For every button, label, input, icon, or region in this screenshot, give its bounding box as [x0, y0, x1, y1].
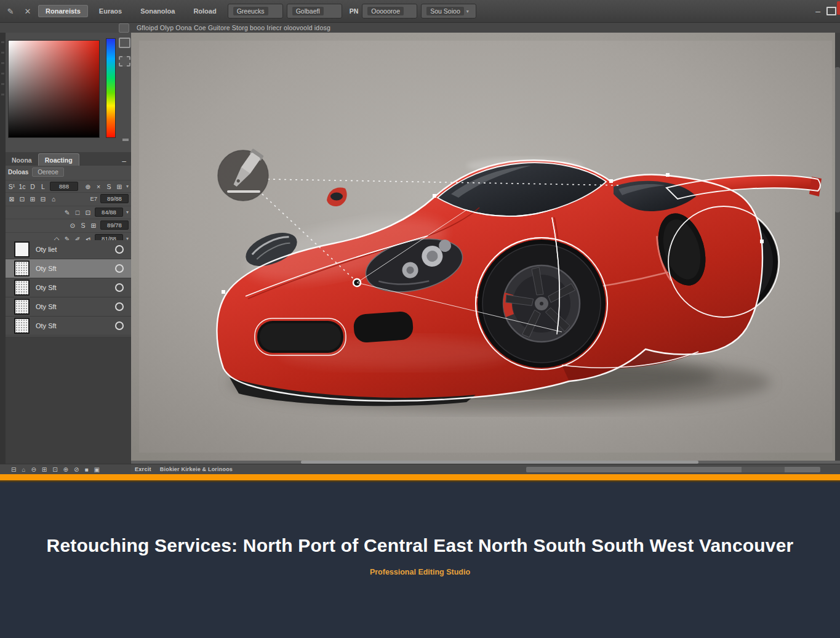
layer-name: Oty liet: [36, 246, 109, 253]
layers-panel: Oty liet Oty Sft Oty Sft Oty Sft Oty Sft: [6, 240, 131, 336]
options-panel-tabs: Noona Roacting –: [6, 152, 131, 166]
layer-name: Oty Sft: [36, 322, 109, 329]
vertical-scrollbar[interactable]: [835, 33, 840, 461]
tool-value-field[interactable]: 888: [50, 182, 78, 191]
new-swatch-icon[interactable]: [119, 38, 130, 48]
tool-icon[interactable]: □: [74, 209, 81, 216]
document-title: Gfloipd Olyp Oona Coe Guitore Storg booo…: [137, 24, 330, 31]
status-meter: [526, 467, 820, 472]
compare-swatch-icon[interactable]: [119, 56, 130, 67]
close-tool-icon[interactable]: ✕: [21, 4, 34, 18]
options-label: Doloas: [8, 169, 28, 176]
options-subheader: Doloas Oereoe: [6, 166, 134, 177]
maximize-button[interactable]: [826, 7, 836, 15]
tool-value-field[interactable]: 84/88: [95, 208, 123, 217]
tool-icon[interactable]: ⊞: [29, 195, 36, 203]
image-canvas[interactable]: [131, 33, 840, 461]
close-button[interactable]: [837, 1, 840, 15]
toolbar-icon[interactable]: ⊞: [42, 466, 47, 473]
tool-icon[interactable]: S: [79, 222, 87, 229]
layer-name: Oty Sft: [36, 265, 109, 272]
panel-empty-area: [6, 336, 131, 464]
menu-select-4[interactable]: Sou Soioo ▾: [421, 4, 476, 18]
panel-minimize-icon[interactable]: –: [122, 157, 126, 166]
tool-options-row-2: ⊠ ⊡ ⊞ ⊟ ⌂ E7 89/88: [6, 192, 131, 204]
visibility-eye-icon[interactable]: [115, 245, 124, 254]
vertical-scroll-thumb[interactable]: [835, 67, 840, 212]
layer-row[interactable]: Oty liet: [6, 240, 131, 259]
tool-options-row-1: S¹ 1c D L 888 ⊕ × S ⊞ ▾: [6, 180, 131, 192]
tool-icon[interactable]: L: [39, 183, 47, 190]
visibility-eye-icon[interactable]: [115, 264, 124, 273]
car-illustration: [131, 33, 840, 461]
tool-value-field[interactable]: 89/88: [100, 194, 129, 203]
layer-thumbnail: [14, 280, 30, 296]
visibility-eye-icon[interactable]: [115, 302, 124, 311]
window-controls: –: [815, 7, 836, 15]
tool-icon[interactable]: 1c: [18, 183, 26, 190]
visibility-eye-icon[interactable]: [115, 321, 124, 330]
tool-icon[interactable]: S¹: [8, 183, 15, 190]
menu-select-1-value: Greeucks: [233, 7, 268, 15]
tool-icon[interactable]: ⊠: [8, 195, 15, 203]
tool-icon[interactable]: ⊡: [84, 209, 92, 216]
toolbar-icon[interactable]: ⊕: [63, 466, 68, 473]
layer-name: Oty Sft: [36, 284, 109, 291]
tool-value-field[interactable]: 89/78: [100, 220, 129, 230]
menu-select-2[interactable]: Golbaefl: [287, 4, 342, 18]
tool-icon[interactable]: ×: [95, 183, 102, 190]
tool-icon[interactable]: ⊞: [116, 183, 123, 190]
color-picker-gradient[interactable]: [8, 40, 100, 138]
toolbar-icon[interactable]: ⊖: [31, 466, 36, 473]
tool-icon[interactable]: ⌂: [50, 195, 57, 203]
menu-tab-euraos[interactable]: Euraos: [92, 5, 129, 17]
tool-icon[interactable]: S: [105, 183, 113, 190]
tool-options-row-4: ⊙ S ⊞ 89/78: [6, 219, 131, 231]
minimize-button[interactable]: –: [815, 8, 820, 14]
layer-row[interactable]: Oty Sft: [6, 278, 131, 297]
layer-row-selected[interactable]: Oty Sft: [6, 259, 131, 278]
tool-icon[interactable]: ⊕: [84, 183, 92, 190]
toolbar-icon[interactable]: ⊘: [74, 466, 79, 473]
tool-icon[interactable]: ⊙: [69, 222, 76, 229]
toolbar-icon[interactable]: ■: [84, 466, 88, 473]
tool-row-label: E7: [90, 195, 97, 202]
tool-options-row-3: ✎ □ ⊡ 84/88 ▾: [6, 206, 131, 218]
tool-icon[interactable]: ⊡: [18, 195, 26, 203]
layer-row[interactable]: Oty Sft: [6, 297, 131, 317]
toolbar-icon[interactable]: ▣: [94, 466, 99, 473]
picker-collapse-handle[interactable]: [122, 139, 129, 141]
layer-row[interactable]: Oty Sft: [6, 317, 131, 336]
left-tool-rail: [0, 33, 6, 464]
pen-tool-icon[interactable]: ✎: [4, 4, 17, 18]
front-wheel: [478, 240, 606, 368]
menu-select-1[interactable]: Greeucks: [228, 4, 283, 18]
toolbar-icon[interactable]: ⊟: [11, 466, 16, 473]
status-bar: Exrcit Biokier Kirkeie & Lorinoos: [131, 464, 840, 474]
chevron-down-icon[interactable]: ▾: [126, 184, 129, 189]
tool-icon[interactable]: ⊟: [39, 195, 47, 203]
options-chip[interactable]: Oereoe: [32, 168, 63, 177]
menu-tab-ronareists[interactable]: Ronareists: [38, 5, 88, 17]
tool-icon[interactable]: ⊞: [90, 222, 97, 229]
menu-select-3-value: Oooooroe: [367, 7, 404, 15]
status-text: Biokier Kirkeie & Lorinoos: [160, 466, 233, 472]
menu-select-4-value: Sou Soioo: [426, 7, 463, 15]
hue-slider[interactable]: [106, 38, 116, 138]
panel-tab-noona[interactable]: Noona: [6, 154, 38, 166]
toolbar-icon[interactable]: ⌂: [22, 466, 25, 473]
tool-icon[interactable]: D: [29, 183, 36, 190]
panel-tab-roacting[interactable]: Roacting: [38, 153, 79, 166]
menu-bar: ✎ ✕ Ronareists Euraos Sonanoloa Roload G…: [0, 0, 840, 23]
panel-bottom-toolbar: ⊟ ⌂ ⊖ ⊞ ⊡ ⊕ ⊘ ■ ▣: [0, 464, 131, 474]
menu-tab-sonanoloa[interactable]: Sonanoloa: [133, 5, 182, 17]
visibility-eye-icon[interactable]: [115, 283, 124, 292]
toolbar-icon[interactable]: ⊡: [52, 466, 57, 473]
accent-divider-bar: [0, 474, 840, 482]
menu-select-3[interactable]: Oooooroe: [362, 4, 417, 18]
menu-tab-roload[interactable]: Roload: [186, 5, 223, 17]
left-panel: Noona Roacting – Doloas Oereoe S¹ 1c D L…: [6, 33, 131, 464]
chevron-down-icon[interactable]: ▾: [126, 209, 129, 215]
tool-icon[interactable]: ✎: [63, 209, 71, 216]
layer-thumbnail: [14, 260, 30, 277]
